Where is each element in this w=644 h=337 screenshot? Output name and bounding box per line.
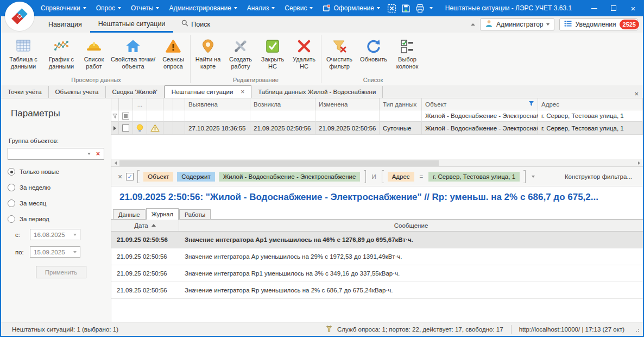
filter-field-chip[interactable]: Объект [143,172,173,182]
data-table-button[interactable]: Таблица с данными [3,35,43,70]
menu-otchety[interactable]: Отчеты [126,0,164,16]
doc-tab-objects[interactable]: Объекты учета [49,86,106,98]
scroll-left-icon[interactable] [111,159,119,167]
col-narrow-1[interactable] [163,98,173,110]
journal-row[interactable]: 21.09.25 02:50:56 Значение интегратора R… [111,282,643,299]
create-work-button[interactable]: Создать работу [224,35,257,70]
menu-opros[interactable]: Опрос [91,0,126,16]
doc-tab-summary[interactable]: Сводка 'Жилой' [106,86,165,98]
filter-cell[interactable] [163,110,173,122]
resize-grip[interactable] [633,326,640,333]
col-icon[interactable] [147,98,163,110]
close-button[interactable]: × [623,0,643,16]
col-occurred[interactable]: Возникла [250,98,315,110]
radio-week[interactable]: За неделю [8,184,104,191]
tab-search[interactable]: Поиск [173,16,218,33]
clear-combo-icon[interactable]: × [96,150,100,158]
radio-month[interactable]: За месяц [8,199,104,207]
poll-sessions-button[interactable]: Сеансы опроса [157,35,189,70]
excel-export-icon[interactable] [387,4,396,13]
find-on-map-button[interactable]: Найти на карте [192,35,224,70]
journal-row[interactable]: 21.09.25 02:50:56 Значение интегратора R… [111,265,643,282]
date-to-field[interactable]: 15.09.2025 [30,246,80,258]
chevron-down-icon[interactable] [532,176,535,178]
point-properties-button[interactable]: Свойства точки/объекта [109,35,157,70]
filter-value-chip[interactable]: г. Сервер, Тестовая улица, 1 [428,172,520,182]
radio-period[interactable]: За период [8,215,104,223]
row-checkbox[interactable] [119,122,133,135]
radio-only-new[interactable]: Только новые [8,168,104,176]
grid-data-row[interactable]: 27.10.2025 18:36:55 21.09.2025 02:50:56 … [111,122,643,135]
journal-row[interactable]: 21.09.25 02:50:56 Значение интегратора A… [111,248,643,265]
journal-row[interactable]: 21.09.25 02:50:56 Значение интегратора A… [111,232,643,248]
clear-filter-button[interactable]: Очистить фильтр [323,35,356,70]
filter-cell-changed[interactable] [315,110,380,122]
menu-oformlenie[interactable]: Оформление [318,0,384,16]
journal-col-date[interactable]: Дата [111,220,179,231]
object-group-combobox[interactable]: × [8,148,104,160]
filter-builder-link[interactable]: Конструктор фильтра... [565,173,632,180]
chevron-down-icon [156,7,159,9]
col-changed[interactable]: Изменена [315,98,380,110]
filter-enabled-checkbox[interactable]: ✓ [126,173,134,180]
menu-administrirovanie[interactable]: Администрирование [164,0,242,16]
apply-button[interactable]: Применить [36,266,86,278]
filter-operator-equals[interactable]: = [418,173,425,180]
print-icon[interactable] [415,4,425,13]
filter-cell-occurred[interactable] [250,110,315,122]
menu-spravochniki[interactable]: Справочники [36,0,91,16]
filter-checkbox-button[interactable] [119,110,133,122]
filter-cell-object[interactable]: Жилой - Водоснабжение - Электроснабжение [422,110,538,122]
filter-cell[interactable] [133,110,147,122]
tab-emergencies[interactable]: Нештатные ситуации [90,16,174,33]
col-narrow-2[interactable] [173,98,185,110]
data-chart-button[interactable]: График с данными [43,35,79,70]
filter-cell-address[interactable]: г. Сервер, Тестовая улица, 1 [538,110,643,122]
maximize-button[interactable] [604,0,623,16]
save-icon[interactable] [401,4,411,13]
scroll-right-icon[interactable] [635,159,643,167]
filter-cell[interactable] [173,110,185,122]
tabstrip-close-icon[interactable]: × [634,90,639,98]
col-object[interactable]: Объект [422,98,538,110]
filter-field-chip[interactable]: Адрес [388,172,414,182]
doc-tab-data-table[interactable]: Таблица данных Жилой - Водоснабжени [251,86,383,98]
doc-tab-points[interactable]: Точки учёта [1,86,49,98]
tab-works[interactable]: Работы [179,209,211,219]
filter-conjunction[interactable]: И [370,173,377,180]
col-detected[interactable]: Выявлена [185,98,250,110]
horizontal-scrollbar[interactable] [111,159,643,167]
user-button[interactable]: Администратор [480,18,555,30]
refresh-button[interactable]: Обновить [356,35,391,63]
menu-servis[interactable]: Сервис [280,0,318,16]
filter-cell-type[interactable] [380,110,422,122]
warning-triangle-icon [165,36,181,56]
col-checkbox[interactable] [119,98,133,110]
tab-navigation[interactable]: Навигация [40,16,90,33]
quick-toolbar [387,4,433,13]
menu-analiz[interactable]: Анализ [242,0,280,16]
notifications-button[interactable]: Уведомления 2525 [559,18,637,30]
filter-value-chip[interactable]: Жилой - Водоснабжение - Электроснабжение [219,172,361,182]
filter-cell-detected[interactable] [185,110,250,122]
work-list-button[interactable]: Список работ [79,35,109,70]
scrollbar-thumb[interactable] [119,160,439,166]
tab-data[interactable]: Данные [113,209,146,219]
remove-filter-icon[interactable]: × [118,172,122,181]
col-dots[interactable]: ... [133,98,147,110]
col-address[interactable]: Адрес [538,98,643,110]
journal-col-message[interactable]: Сообщение [179,220,643,231]
filter-operator-chip[interactable]: Содержит [177,172,214,182]
choose-columns-button[interactable]: Выбор колонок [391,35,424,70]
tab-journal[interactable]: Журнал [146,208,179,220]
close-ns-button[interactable]: Закрыть НС [257,35,288,70]
filter-cell[interactable] [147,110,163,122]
column-filter-icon[interactable] [528,101,534,108]
doc-tab-emergencies[interactable]: Нештатные ситуации× [165,85,252,98]
col-data-type[interactable]: Тип данных [380,98,422,110]
date-from-field[interactable]: 16.08.2025 [30,229,80,240]
collapse-ribbon-icon[interactable] [471,23,475,26]
minimize-button[interactable] [584,0,604,16]
tab-close-icon[interactable]: × [241,86,244,98]
delete-ns-button[interactable]: Удалить НС [288,35,320,70]
